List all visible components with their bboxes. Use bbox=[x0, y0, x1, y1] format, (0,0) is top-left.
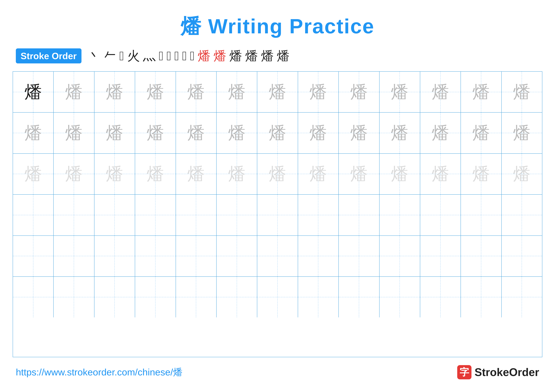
grid-cell[interactable]: 燔 bbox=[380, 72, 420, 112]
grid-cell[interactable] bbox=[298, 195, 339, 235]
grid-cell[interactable]: 燔 bbox=[339, 154, 380, 194]
grid-cell[interactable]: 燔 bbox=[13, 113, 54, 153]
grid-cell[interactable]: 燔 bbox=[461, 113, 502, 153]
grid-cell[interactable] bbox=[257, 195, 298, 235]
cell-character: 燔 bbox=[391, 83, 408, 101]
page: 燔 Writing Practice Stroke Order 丶 𠂉 𠂇 火 … bbox=[0, 0, 555, 392]
grid-cell[interactable] bbox=[13, 277, 54, 317]
grid-cell[interactable]: 燔 bbox=[13, 154, 54, 194]
grid-cell[interactable] bbox=[135, 236, 176, 276]
grid-cell[interactable] bbox=[54, 277, 94, 317]
cell-character: 燔 bbox=[24, 124, 42, 142]
grid-cell[interactable]: 燔 bbox=[217, 154, 257, 194]
grid-cell[interactable] bbox=[420, 277, 461, 317]
grid-cell[interactable]: 燔 bbox=[461, 154, 502, 194]
cell-character: 燔 bbox=[269, 124, 286, 142]
grid-cell[interactable]: 燔 bbox=[217, 72, 257, 112]
grid-cell[interactable] bbox=[135, 195, 176, 235]
grid-cell[interactable] bbox=[257, 277, 298, 317]
grid-cell[interactable] bbox=[502, 195, 542, 235]
cell-character: 燔 bbox=[24, 83, 42, 101]
grid-cell[interactable]: 燔 bbox=[13, 72, 54, 112]
grid-cell[interactable] bbox=[217, 277, 257, 317]
grid-cell[interactable]: 燔 bbox=[502, 154, 542, 194]
grid-cell[interactable] bbox=[217, 236, 257, 276]
grid-cell[interactable] bbox=[298, 236, 339, 276]
grid-cell[interactable] bbox=[380, 236, 420, 276]
grid-cell[interactable] bbox=[176, 236, 217, 276]
grid-cell[interactable] bbox=[502, 277, 542, 317]
stroke-2: 𠂉 bbox=[104, 50, 116, 62]
grid-cell[interactable] bbox=[461, 277, 502, 317]
grid-cell[interactable] bbox=[54, 195, 94, 235]
stroke-5: 灬 bbox=[143, 50, 156, 62]
grid-cell[interactable] bbox=[217, 195, 257, 235]
grid-cell[interactable]: 燔 bbox=[420, 154, 461, 194]
stroke-10: 𤈙 bbox=[190, 50, 195, 62]
grid-cell[interactable] bbox=[54, 236, 94, 276]
grid-cell[interactable]: 燔 bbox=[135, 113, 176, 153]
grid-cell[interactable] bbox=[502, 236, 542, 276]
grid-cell[interactable]: 燔 bbox=[95, 72, 135, 112]
grid-cell[interactable] bbox=[95, 277, 135, 317]
stroke-6: 𤈕 bbox=[159, 50, 163, 62]
grid-cell[interactable] bbox=[461, 236, 502, 276]
grid-cell[interactable] bbox=[95, 195, 135, 235]
cell-character: 燔 bbox=[187, 124, 205, 142]
grid-cell[interactable]: 燔 bbox=[54, 154, 94, 194]
grid-cell[interactable]: 燔 bbox=[135, 154, 176, 194]
grid-cell[interactable]: 燔 bbox=[339, 113, 380, 153]
grid-cell[interactable]: 燔 bbox=[257, 154, 298, 194]
grid-cell[interactable] bbox=[339, 236, 380, 276]
grid-cell[interactable]: 燔 bbox=[380, 113, 420, 153]
logo-icon: 字 bbox=[457, 365, 471, 379]
grid-cell[interactable]: 燔 bbox=[420, 72, 461, 112]
grid-cell[interactable] bbox=[380, 195, 420, 235]
cell-character: 燔 bbox=[106, 83, 123, 101]
grid-cell[interactable] bbox=[298, 277, 339, 317]
stroke-1: 丶 bbox=[88, 50, 101, 62]
grid-cell[interactable]: 燔 bbox=[54, 72, 94, 112]
grid-cell[interactable]: 燔 bbox=[502, 113, 542, 153]
grid-cell[interactable] bbox=[461, 195, 502, 235]
grid-cell[interactable] bbox=[176, 195, 217, 235]
grid-cell[interactable]: 燔 bbox=[135, 72, 176, 112]
grid-cell[interactable]: 燔 bbox=[176, 72, 217, 112]
grid-row bbox=[13, 236, 542, 277]
grid-cell[interactable] bbox=[339, 277, 380, 317]
grid-cell[interactable]: 燔 bbox=[502, 72, 542, 112]
footer-logo: 字 StrokeOrder bbox=[457, 365, 539, 379]
grid-cell[interactable] bbox=[380, 277, 420, 317]
cell-character: 燔 bbox=[432, 124, 449, 142]
grid-cell[interactable]: 燔 bbox=[298, 72, 339, 112]
grid-cell[interactable]: 燔 bbox=[176, 154, 217, 194]
cell-character: 燔 bbox=[65, 165, 83, 183]
grid-cell[interactable]: 燔 bbox=[176, 113, 217, 153]
page-title: 燔 Writing Practice bbox=[181, 13, 374, 41]
grid-cell[interactable] bbox=[95, 236, 135, 276]
cell-character: 燔 bbox=[65, 83, 83, 101]
grid-cell[interactable]: 燔 bbox=[298, 113, 339, 153]
grid-cell[interactable]: 燔 bbox=[339, 72, 380, 112]
grid-cell[interactable] bbox=[420, 195, 461, 235]
grid-cell[interactable]: 燔 bbox=[420, 113, 461, 153]
grid-cell[interactable] bbox=[257, 236, 298, 276]
grid-cell[interactable]: 燔 bbox=[257, 113, 298, 153]
grid-cell[interactable] bbox=[176, 277, 217, 317]
grid-cell[interactable] bbox=[420, 236, 461, 276]
grid-cell[interactable]: 燔 bbox=[95, 113, 135, 153]
grid-cell[interactable] bbox=[339, 195, 380, 235]
stroke-sequence: 丶 𠂉 𠂇 火 灬 𤈕 𤈖 𤈗 𤈘 𤈙 燔 燔 燔 燔 燔 燔 bbox=[88, 50, 290, 62]
grid-cell[interactable] bbox=[13, 195, 54, 235]
grid-cell[interactable]: 燔 bbox=[461, 72, 502, 112]
grid-cell[interactable] bbox=[13, 236, 54, 276]
practice-grid: 燔燔燔燔燔燔燔燔燔燔燔燔燔燔燔燔燔燔燔燔燔燔燔燔燔燔燔燔燔燔燔燔燔燔燔燔燔燔燔 bbox=[13, 71, 542, 357]
grid-cell[interactable]: 燔 bbox=[257, 72, 298, 112]
grid-cell[interactable]: 燔 bbox=[95, 154, 135, 194]
grid-cell[interactable]: 燔 bbox=[380, 154, 420, 194]
grid-cell[interactable]: 燔 bbox=[217, 113, 257, 153]
grid-cell[interactable] bbox=[135, 277, 176, 317]
grid-cell[interactable]: 燔 bbox=[54, 113, 94, 153]
grid-cell[interactable]: 燔 bbox=[298, 154, 339, 194]
stroke-13: 燔 bbox=[229, 50, 242, 62]
